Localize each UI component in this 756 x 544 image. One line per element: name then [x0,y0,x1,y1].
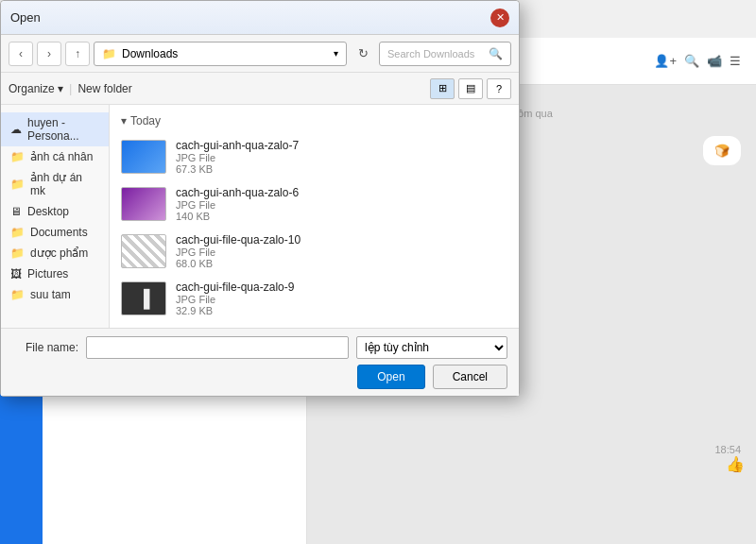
view-buttons: ⊞ ▤ ? [430,78,511,99]
address-icon: 📁 [102,47,116,60]
file-item-3[interactable]: ▐ cach-gui-file-qua-zalo-9 JPG File 32.9… [110,275,519,322]
file-size-2: 68.0 KB [176,258,507,269]
file-item-0[interactable]: cach-gui-anh-qua-zalo-7 JPG File 67.3 KB [110,133,519,180]
file-thumb-2 [121,234,166,268]
nav-item-personal[interactable]: ☁ huyen - Persona... [1,112,109,146]
dialog-nav: ☁ huyen - Persona... 📁 ảnh cá nhân 📁 ảnh… [1,105,110,328]
nav-label-photos: ảnh cá nhân [30,150,93,163]
header-icon-search[interactable]: 🔍 [684,54,699,68]
nav-item-pictures[interactable]: 🖼 Pictures [1,264,109,284]
nav-back-button[interactable]: ‹ [9,42,33,66]
dialog-action-toolbar: Organize ▾ | New folder ⊞ ▤ ? [1,73,519,105]
dialog-close-button[interactable]: ✕ [490,8,509,27]
nav-icon-desktop: 🖥 [10,205,22,218]
nav-item-project[interactable]: 📁 ảnh dự án mk [1,167,109,201]
filename-label: File name: [12,341,78,354]
nav-icon-folder3: 📁 [10,226,25,239]
dialog-address-toolbar: ‹ › ↑ 📁 Downloads ▾ ↻ Search Downloads 🔍 [1,35,519,73]
refresh-button[interactable]: ↻ [351,42,375,66]
nav-label-duocpham: dược phẩm [30,246,88,260]
file-thumb-3: ▐ [121,281,166,315]
file-name-3: cach-gui-file-qua-zalo-9 [176,280,507,294]
dialog-footer: File name: lệp tùy chỉnh Open Cancel [1,328,519,396]
view-list-button[interactable]: ⊞ [430,78,455,99]
nav-label-documents: Documents [30,226,88,239]
nav-label-pictures: Pictures [27,267,68,280]
file-info-2: cach-gui-file-qua-zalo-10 JPG File 68.0 … [176,233,507,269]
nav-item-desktop[interactable]: 🖥 Desktop [1,201,109,222]
nav-item-photos[interactable]: 📁 ảnh cá nhân [1,146,109,167]
filename-row: File name: lệp tùy chỉnh [12,336,507,359]
nav-forward-button[interactable]: › [37,42,61,66]
filetype-select[interactable]: lệp tùy chỉnh [356,336,507,359]
file-thumb-0 [121,140,166,174]
file-info-1: cach-gui-anh-qua-zalo-6 JPG File 140 KB [176,186,507,222]
nav-label-project: ảnh dự án mk [30,171,99,197]
view-details-button[interactable]: ▤ [458,78,483,99]
file-item-1[interactable]: cach-gui-anh-qua-zalo-6 JPG File 140 KB [110,180,519,228]
address-text: Downloads [122,47,178,60]
search-bar[interactable]: Search Downloads 🔍 [379,42,511,66]
header-icon-more[interactable]: ☰ [730,54,741,68]
file-type-3: JPG File [176,294,507,305]
nav-item-suutam[interactable]: 📁 suu tam [1,284,109,305]
file-name-2: cach-gui-file-qua-zalo-10 [176,233,507,246]
dialog-body: ☁ huyen - Persona... 📁 ảnh cá nhân 📁 ảnh… [1,105,519,328]
dialog-files: ▾ Today cach-gui-anh-qua-zalo-7 JPG File… [110,105,519,328]
file-size-1: 140 KB [176,211,507,222]
file-thumb-1 [121,187,166,221]
file-type-1: JPG File [176,199,507,211]
nav-item-documents[interactable]: 📁 Documents [1,222,109,243]
header-icon-video[interactable]: 📹 [707,54,722,68]
msg-bubble: 🍞 [703,136,741,165]
address-bar[interactable]: 📁 Downloads ▾ [94,42,347,66]
file-type-2: JPG File [176,246,507,258]
nav-icon-folder2: 📁 [10,178,25,191]
file-info-3: cach-gui-file-qua-zalo-9 JPG File 32.9 K… [176,280,507,316]
new-folder-button[interactable]: New folder [77,82,131,95]
view-help-button[interactable]: ? [487,78,511,99]
search-placeholder-text: Search Downloads [387,48,474,60]
section-today: ▾ Today [110,109,519,133]
header-icon-adduser[interactable]: 👤+ [654,54,677,68]
file-name-1: cach-gui-anh-qua-zalo-6 [176,186,507,199]
message-time: 18:54 [307,444,756,455]
nav-up-button[interactable]: ↑ [65,42,90,66]
footer-buttons: Open Cancel [12,365,507,389]
open-dialog: Open ✕ ‹ › ↑ 📁 Downloads ▾ ↻ Search Down… [0,0,520,397]
open-button[interactable]: Open [357,365,424,389]
section-chevron: ▾ [121,114,127,128]
dialog-titlebar: Open ✕ [1,1,519,35]
filename-input[interactable] [86,336,349,359]
nav-icon-folder5: 📁 [10,288,25,301]
nav-icon-folder1: 📁 [10,150,25,163]
reaction-icon: 👍 [726,456,745,472]
nav-label-desktop: Desktop [27,205,69,218]
file-info-0: cach-gui-anh-qua-zalo-7 JPG File 67.3 KB [176,139,507,175]
section-today-label: Today [130,114,161,128]
cancel-button[interactable]: Cancel [433,365,507,389]
file-item-2[interactable]: cach-gui-file-qua-zalo-10 JPG File 68.0 … [110,228,519,275]
organize-button[interactable]: Organize ▾ [9,82,63,95]
search-icon: 🔍 [489,47,503,60]
file-size-3: 32.9 KB [176,305,507,316]
nav-icon-cloud: ☁ [10,123,22,136]
dialog-title: Open [10,10,483,25]
file-type-0: JPG File [176,152,507,163]
file-size-0: 67.3 KB [176,163,507,175]
nav-label-personal: huyen - Persona... [27,116,99,143]
nav-item-duocpham[interactable]: 📁 dược phẩm [1,243,109,264]
nav-label-suutam: suu tam [30,288,71,301]
file-name-0: cach-gui-anh-qua-zalo-7 [176,139,507,152]
nav-icon-pictures: 🖼 [10,267,22,280]
address-dropdown-icon[interactable]: ▾ [334,48,338,59]
nav-icon-folder4: 📁 [10,246,25,260]
